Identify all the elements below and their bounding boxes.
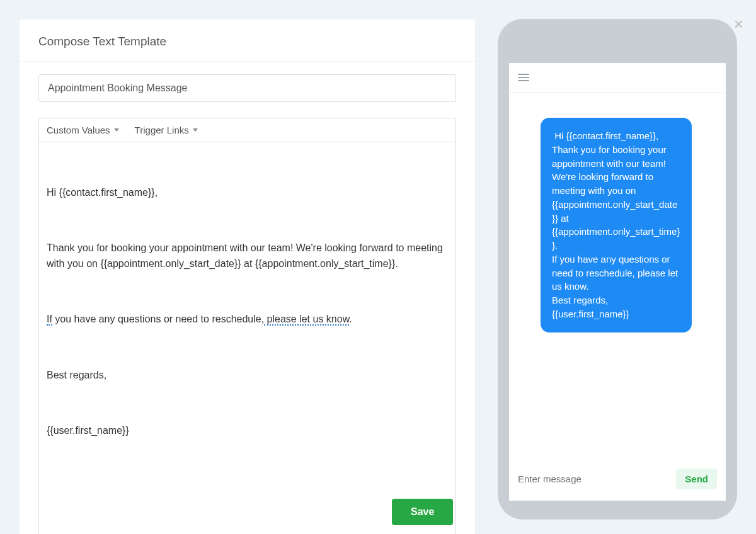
save-button[interactable]: Save [392,499,453,525]
preview-message-bubble: Hi {{contact.first_name}}, Thank you for… [541,118,692,332]
preview-send-button[interactable]: Send [676,469,717,489]
compose-panel: Compose Text Template Custom Values Trig… [19,19,476,534]
phone-preview: Hi {{contact.first_name}}, Thank you for… [498,19,737,520]
text-editor: Custom Values Trigger Links Hi {{contact… [38,118,456,534]
template-name-input[interactable] [38,74,456,102]
editor-line: Best regards, [47,368,448,383]
trigger-links-label: Trigger Links [135,125,189,135]
preview-message-input[interactable] [518,474,670,484]
hamburger-icon[interactable] [518,74,529,81]
custom-values-label: Custom Values [47,125,110,135]
editor-body[interactable]: Hi {{contact.first_name}}, Thank you for… [39,142,455,534]
chevron-down-icon [114,128,119,132]
page-title: Compose Text Template [38,35,456,48]
trigger-links-dropdown[interactable]: Trigger Links [135,125,198,135]
editor-line: Thank you for booking your appointment w… [47,241,448,272]
editor-line: Hi {{contact.first_name}}, [47,185,448,201]
chevron-down-icon [193,128,198,132]
close-icon[interactable]: × [734,16,743,32]
custom-values-dropdown[interactable]: Custom Values [47,125,119,135]
editor-line: If you have any questions or need to res… [47,312,448,327]
editor-line: {{user.first_name}} [47,423,448,439]
